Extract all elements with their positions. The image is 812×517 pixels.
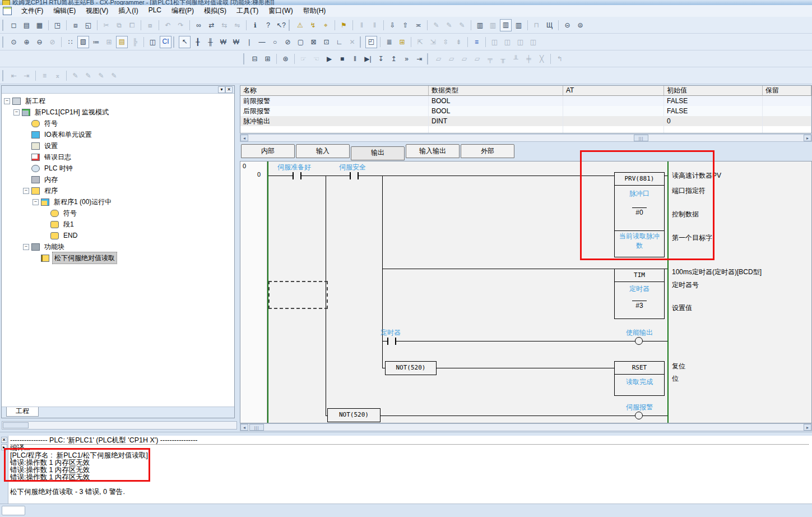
mnemonic-view-icon[interactable]: ◫ xyxy=(147,36,159,48)
window-overview-icon[interactable]: ◰ xyxy=(365,36,377,48)
menu-item[interactable]: 帮助(H) xyxy=(298,5,331,17)
expander-icon[interactable]: − xyxy=(13,109,20,116)
scroll-left-icon[interactable]: ◂ xyxy=(240,135,248,141)
step-out-icon[interactable]: ↥ xyxy=(388,53,400,64)
menu-item[interactable]: 窗口(W) xyxy=(263,5,298,17)
properties-icon[interactable]: ℹ xyxy=(249,20,261,31)
replace-icon[interactable]: ⇄ xyxy=(206,20,217,31)
run-mode-icon[interactable]: ▥ xyxy=(513,20,525,31)
tree-item-program[interactable]: −程序 xyxy=(2,185,234,196)
open-project-icon[interactable]: ▤ xyxy=(21,20,33,31)
toolbar-grip[interactable] xyxy=(2,20,5,31)
scroll-thumb[interactable]: ||| xyxy=(634,135,648,141)
new-project-icon[interactable]: ◻ xyxy=(8,20,20,31)
new-inverted-instruction-icon[interactable]: ⊠ xyxy=(308,36,319,48)
new-horizontal-icon[interactable]: — xyxy=(256,36,268,48)
new-coil-icon[interactable]: ○ xyxy=(269,36,281,48)
function-block-invocation-icon[interactable]: ⊡ xyxy=(321,36,332,48)
close-icon[interactable]: ✕ xyxy=(225,86,233,93)
zoom-tool-icon[interactable]: ⊙ xyxy=(8,36,20,48)
program-mode-icon[interactable]: ▥ xyxy=(474,20,486,31)
compile-program-icon[interactable]: ◳ xyxy=(52,20,63,31)
plc-error-alarm-icon[interactable]: ⚠ xyxy=(294,20,306,31)
contact-servo-ready[interactable] xyxy=(300,172,301,179)
tree-item-plc[interactable]: −新PLC1[CP1H] 监视模式 xyxy=(2,107,234,118)
symbol-table-window-icon[interactable]: ⊟ xyxy=(249,53,261,64)
online-alarm-monitor-icon[interactable]: ⚑ xyxy=(338,20,350,31)
simulation-run-icon[interactable]: ▶ xyxy=(323,53,335,64)
tree-item-section1[interactable]: 段1 xyxy=(2,219,234,230)
menu-item[interactable]: 文件(F) xyxy=(16,5,48,17)
symbol-bar-icon[interactable]: ▤ xyxy=(116,36,128,48)
step-in-icon[interactable]: ↧ xyxy=(375,53,387,64)
variable-row[interactable]: 后限报警BOOLFALSE xyxy=(240,106,811,116)
operand[interactable]: 定时器 xyxy=(615,284,664,294)
expander-icon[interactable]: − xyxy=(33,199,39,205)
select-tool-icon[interactable]: ↖ xyxy=(179,36,191,48)
variable-row[interactable] xyxy=(240,126,811,133)
toolbar-grip[interactable] xyxy=(289,20,291,31)
tree-item-settings[interactable]: 设置 xyxy=(2,140,234,151)
column-header[interactable]: 保留 xyxy=(763,86,811,96)
download-to-plc-icon[interactable]: ⇩ xyxy=(387,20,398,31)
toolbar-grip[interactable] xyxy=(360,36,363,48)
continuous-step-icon[interactable]: » xyxy=(401,53,412,64)
ladder-editor[interactable]: 0 0 伺服准备好 伺服安全 定时器 PRV(881) 脉冲口 #0 当前读取脉… xyxy=(240,161,812,423)
edit-cursor-selection[interactable] xyxy=(268,281,328,309)
menu-item[interactable]: 编程(P) xyxy=(166,5,199,17)
tab-project[interactable]: 工程 xyxy=(6,407,39,417)
tree-item-io-table[interactable]: IO表和单元设置 xyxy=(2,129,234,140)
pin-icon[interactable]: ▾ xyxy=(218,86,225,93)
menu-item[interactable]: 模拟(S) xyxy=(199,5,231,17)
context-help-icon[interactable]: ↖? xyxy=(275,20,287,31)
column-header[interactable]: 初始值 xyxy=(664,86,763,96)
variable-row[interactable]: 脉冲输出DINT0 xyxy=(240,116,811,126)
monitor-alarm-icon[interactable]: ↯ xyxy=(307,20,319,31)
set-password-icon[interactable]: ⊝ xyxy=(562,20,573,31)
toolbar-grip[interactable] xyxy=(427,53,430,64)
expander-icon[interactable]: − xyxy=(4,98,10,104)
scroll-right-icon[interactable]: ▸ xyxy=(804,424,811,431)
overview-icon[interactable]: ▧ xyxy=(77,36,89,48)
contact-servo-safe[interactable] xyxy=(350,172,351,179)
new-closed-or-contact-icon[interactable]: ₩ xyxy=(230,36,242,48)
tree-item-fb-servo[interactable]: 松下伺服绝对值读取 xyxy=(2,252,234,264)
compare-with-plc-icon[interactable]: ≍ xyxy=(412,20,424,31)
coil-servo-alarm[interactable] xyxy=(635,412,643,419)
tree-item-error-log[interactable]: 错误日志 xyxy=(2,151,234,163)
coil-enable-output[interactable] xyxy=(635,337,643,345)
browse-layers-icon[interactable]: ≣ xyxy=(383,36,395,48)
tree-item-project[interactable]: −新工程 xyxy=(2,95,234,107)
tree-item-plc-clock[interactable]: PLC 时钟 xyxy=(2,163,234,174)
operand[interactable]: #3 xyxy=(615,301,664,310)
save-project-icon[interactable]: ▦ xyxy=(34,20,45,31)
grid-icon[interactable]: ∷ xyxy=(64,36,76,48)
find-alarm-icon[interactable]: ⌖ xyxy=(320,20,332,31)
new-instruction-icon[interactable]: ▢ xyxy=(295,36,307,48)
upload-from-plc-icon[interactable]: ⇧ xyxy=(400,20,411,31)
var-scope-tab-5[interactable]: 外部 xyxy=(461,144,514,158)
find-icon[interactable]: ∞ xyxy=(193,20,205,31)
scroll-left-icon[interactable]: ◂ xyxy=(240,424,248,431)
monitor-mode-icon[interactable]: ▥ xyxy=(500,19,512,31)
tree-item-symbols[interactable]: 符号 xyxy=(2,118,234,129)
rset-instruction-block[interactable]: RSET 读取完成 xyxy=(614,361,665,396)
scroll-right-icon[interactable]: ▸ xyxy=(804,135,811,141)
variable-table-hscrollbar[interactable]: ◂ ||| ▸ xyxy=(240,134,812,142)
tim-instruction-block[interactable]: TIM 定时器 #3 xyxy=(614,269,665,319)
diagram-window-icon[interactable]: ⊞ xyxy=(262,53,273,64)
close-icon[interactable]: ✕ xyxy=(1,437,7,443)
new-contact-icon[interactable]: ╂ xyxy=(192,36,203,48)
variable-row[interactable]: 前限报警BOOLFALSE xyxy=(240,96,811,106)
address-reference-tool-icon[interactable]: ≡ xyxy=(471,36,482,48)
column-header[interactable]: 名称 xyxy=(240,86,429,96)
var-scope-tab-2[interactable]: 输入 xyxy=(296,144,350,158)
new-closed-contact-icon[interactable]: ╫ xyxy=(205,36,216,48)
menu-item[interactable]: 编辑(E) xyxy=(48,5,81,17)
print-icon[interactable]: ⧈ xyxy=(69,20,81,31)
time-chart-monitor-icon[interactable]: Щ xyxy=(544,20,555,31)
menu-item[interactable]: 工具(T) xyxy=(231,5,263,17)
new-vertical-icon[interactable]: ∣ xyxy=(243,36,255,48)
menu-item[interactable]: PLC xyxy=(143,5,166,17)
simulation-stop-icon[interactable]: ■ xyxy=(336,53,348,64)
